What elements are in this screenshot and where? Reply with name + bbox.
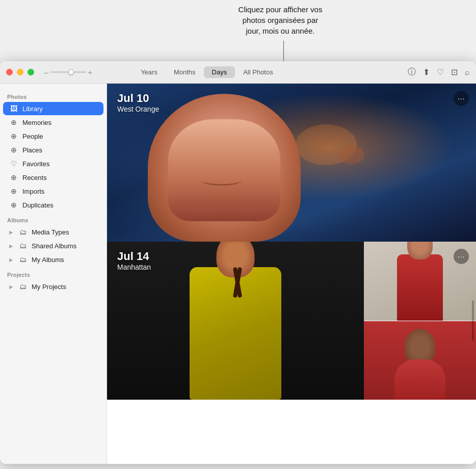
scroll-indicator bbox=[472, 300, 474, 341]
sidebar-item-my-albums[interactable]: ▶ 🗂 My Albums bbox=[3, 253, 103, 266]
traffic-lights bbox=[6, 69, 34, 75]
sidebar-item-media-types[interactable]: ▶ 🗂 Media Types bbox=[3, 225, 103, 239]
tab-years[interactable]: Years bbox=[133, 66, 166, 78]
expand-icon-my-albums: ▶ bbox=[9, 257, 13, 263]
more-icon-1: ··· bbox=[458, 95, 465, 102]
favorites-icon: ♡ bbox=[9, 160, 18, 168]
zoom-slider[interactable] bbox=[50, 71, 86, 73]
my-albums-icon: 🗂 bbox=[18, 255, 28, 264]
sidebar: Photos 🖼 Library ⊕ Memories ⊕ People ⊕ P… bbox=[0, 84, 107, 464]
sidebar-item-recents-label: Recents bbox=[22, 174, 47, 181]
places-icon: ⊕ bbox=[9, 146, 18, 154]
day-group-1: Jul 10 West Orange ··· bbox=[107, 84, 476, 242]
recents-icon: ⊕ bbox=[9, 173, 18, 181]
heart-icon[interactable]: ♡ bbox=[437, 67, 444, 77]
expand-icon-media: ▶ bbox=[9, 229, 13, 235]
tooltip-top: Cliquez pour afficher vos photos organis… bbox=[199, 0, 362, 36]
sidebar-item-favorites-label: Favorites bbox=[22, 160, 49, 168]
tooltip-top-line2: photos organisées par bbox=[243, 16, 318, 24]
day2-location: Manhattan bbox=[117, 263, 151, 271]
photo-collage-day2 bbox=[107, 242, 476, 400]
zoom-minus-button[interactable]: – bbox=[44, 68, 48, 76]
zoom-control: – + bbox=[44, 68, 92, 76]
crop-icon[interactable]: ⊡ bbox=[451, 67, 458, 77]
close-button[interactable] bbox=[6, 69, 13, 75]
sidebar-section-projects: Projects bbox=[0, 267, 107, 280]
sidebar-item-library[interactable]: 🖼 Library bbox=[3, 102, 103, 115]
sidebar-item-people-label: People bbox=[22, 133, 43, 140]
sidebar-item-memories[interactable]: ⊕ Memories bbox=[3, 116, 103, 129]
memories-icon: ⊕ bbox=[9, 118, 18, 126]
shared-albums-icon: 🗂 bbox=[18, 242, 28, 250]
sidebar-item-places-label: Places bbox=[22, 146, 42, 154]
my-projects-icon: 🗂 bbox=[18, 282, 28, 291]
day1-label: Jul 10 West Orange bbox=[117, 92, 159, 113]
sidebar-item-imports-label: Imports bbox=[22, 188, 44, 195]
tab-days[interactable]: Days bbox=[204, 66, 235, 78]
sidebar-item-shared-albums[interactable]: ▶ 🗂 Shared Albums bbox=[3, 239, 103, 252]
expand-icon-shared: ▶ bbox=[9, 243, 13, 249]
photo-side-bottom-day2[interactable] bbox=[364, 321, 476, 400]
media-types-icon: 🗂 bbox=[18, 228, 28, 236]
zoom-plus-button[interactable]: + bbox=[88, 68, 92, 76]
sidebar-item-shared-albums-label: Shared Albums bbox=[32, 242, 76, 250]
sidebar-item-duplicates-label: Duplicates bbox=[22, 201, 54, 209]
sidebar-item-my-projects-label: My Projects bbox=[32, 283, 66, 291]
library-icon: 🖼 bbox=[9, 105, 18, 113]
sidebar-item-favorites[interactable]: ♡ Favorites bbox=[3, 157, 103, 170]
toolbar-right: ⓘ ⬆ ♡ ⊡ ⌕ bbox=[408, 67, 470, 77]
photo-fish-tank[interactable] bbox=[107, 84, 476, 242]
people-icon: ⊕ bbox=[9, 132, 18, 140]
svg-point-1 bbox=[339, 146, 364, 164]
titlebar: – + Years Months Days All Photos ⓘ ⬆ ♡ ⊡… bbox=[0, 61, 476, 84]
photo-main-area[interactable]: Jul 10 West Orange ··· bbox=[107, 84, 476, 464]
day2-date: Jul 14 bbox=[117, 250, 151, 263]
sidebar-item-duplicates[interactable]: ⊕ Duplicates bbox=[3, 198, 103, 212]
main-window: – + Years Months Days All Photos ⓘ ⬆ ♡ ⊡… bbox=[0, 61, 476, 464]
sidebar-item-places[interactable]: ⊕ Places bbox=[3, 143, 103, 157]
minimize-button[interactable] bbox=[17, 69, 23, 75]
info-icon[interactable]: ⓘ bbox=[408, 67, 416, 77]
expand-icon-projects: ▶ bbox=[9, 284, 13, 290]
more-icon-2: ··· bbox=[458, 253, 465, 260]
share-icon[interactable]: ⬆ bbox=[423, 67, 430, 77]
sidebar-item-my-albums-label: My Albums bbox=[32, 256, 64, 264]
day2-label: Jul 14 Manhattan bbox=[117, 250, 151, 271]
tooltip-top-line1: Cliquez pour afficher vos bbox=[239, 5, 323, 14]
photo-side-day2 bbox=[364, 242, 476, 400]
sidebar-item-memories-label: Memories bbox=[22, 119, 51, 126]
sidebar-item-recents[interactable]: ⊕ Recents bbox=[3, 171, 103, 184]
imports-icon: ⊕ bbox=[9, 187, 18, 195]
tab-all-photos[interactable]: All Photos bbox=[235, 66, 281, 78]
sidebar-item-media-types-label: Media Types bbox=[32, 228, 69, 236]
search-icon[interactable]: ⌕ bbox=[465, 68, 470, 77]
day1-location: West Orange bbox=[117, 105, 159, 113]
day1-more-button[interactable]: ··· bbox=[454, 91, 469, 106]
sidebar-item-library-label: Library bbox=[22, 105, 43, 113]
tab-months[interactable]: Months bbox=[166, 66, 204, 78]
sidebar-item-people[interactable]: ⊕ People bbox=[3, 129, 103, 143]
day2-more-button[interactable]: ··· bbox=[454, 249, 469, 264]
day-group-2: Jul 14 Manhattan ··· bbox=[107, 242, 476, 400]
zoom-slider-thumb[interactable] bbox=[68, 69, 74, 75]
day1-date: Jul 10 bbox=[117, 92, 159, 105]
sidebar-item-imports[interactable]: ⊕ Imports bbox=[3, 185, 103, 198]
maximize-button[interactable] bbox=[28, 69, 34, 75]
duplicates-icon: ⊕ bbox=[9, 201, 18, 209]
nav-tabs: Years Months Days All Photos bbox=[133, 66, 281, 78]
sidebar-section-albums: Albums bbox=[0, 212, 107, 225]
sidebar-item-my-projects[interactable]: ▶ 🗂 My Projects bbox=[3, 280, 103, 293]
tooltip-top-line3: jour, mois ou année. bbox=[246, 27, 314, 35]
content-area: Photos 🖼 Library ⊕ Memories ⊕ People ⊕ P… bbox=[0, 84, 476, 464]
sidebar-section-photos: Photos bbox=[0, 89, 107, 102]
